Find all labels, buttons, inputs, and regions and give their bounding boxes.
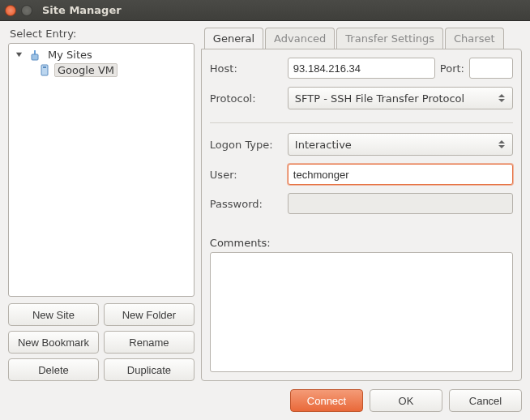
tree-item-google-vm[interactable]: Google VM [11,62,192,78]
comments-label: Comments: [210,237,513,249]
new-bookmark-button[interactable]: New Bookmark [8,331,99,354]
tab-general[interactable]: General [204,28,263,49]
protocol-label: Protocol: [210,92,283,105]
protocol-value: SFTP - SSH File Transfer Protocol [295,92,464,105]
tab-charset[interactable]: Charset [445,28,504,49]
host-input[interactable] [288,58,435,79]
new-folder-button[interactable]: New Folder [104,303,194,326]
select-spinner-icon [496,94,507,102]
tree-item-label: Google VM [54,63,118,77]
svg-rect-4 [43,66,46,68]
duplicate-button[interactable]: Duplicate [104,358,194,381]
logon-type-value: Interactive [295,139,352,151]
new-site-button[interactable]: New Site [8,303,99,326]
tab-bar: General Advanced Transfer Settings Chars… [201,28,522,49]
logon-type-label: Logon Type: [210,139,283,151]
svg-rect-1 [34,50,36,54]
tree-root[interactable]: My Sites [11,47,192,62]
user-label: User: [210,169,283,181]
folder-icon [28,49,41,62]
protocol-select[interactable]: SFTP - SSH File Transfer Protocol [288,87,513,109]
comments-textarea[interactable] [210,252,513,372]
logon-type-select[interactable]: Interactive [288,133,513,156]
ok-button[interactable]: OK [370,389,442,412]
select-entry-label: Select Entry: [10,28,194,40]
user-input[interactable] [288,164,513,185]
password-label: Password: [210,198,283,210]
site-tree[interactable]: My Sites Google VM [8,43,194,297]
select-spinner-icon [496,140,507,148]
host-label: Host: [210,62,283,75]
tab-transfer-settings[interactable]: Transfer Settings [336,28,443,49]
tab-panel-general: Host: Port: Protocol: SFTP - SSH File Tr… [201,49,522,381]
titlebar: Site Manager [0,0,530,21]
password-input [288,193,513,214]
svg-marker-0 [15,53,21,57]
connect-button[interactable]: Connect [290,389,363,412]
svg-rect-2 [32,54,38,60]
window-close-button[interactable] [5,5,16,16]
rename-button[interactable]: Rename [104,331,194,354]
tree-root-label: My Sites [45,48,96,62]
cancel-button[interactable]: Cancel [449,389,522,412]
window-minimize-button[interactable] [21,5,32,16]
disclosure-triangle-icon[interactable] [14,50,24,60]
window-title: Site Manager [42,4,122,16]
server-icon [38,64,51,77]
svg-rect-3 [41,65,48,75]
delete-button[interactable]: Delete [8,358,99,381]
port-input[interactable] [469,58,513,79]
tab-advanced[interactable]: Advanced [265,28,335,49]
port-label: Port: [440,62,464,75]
divider [210,122,513,123]
